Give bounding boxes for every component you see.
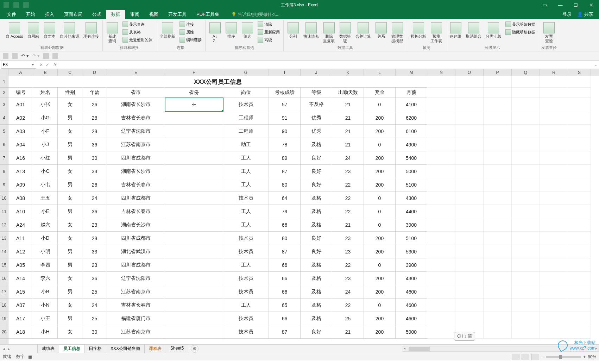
cell[interactable] xyxy=(568,165,591,178)
cell[interactable] xyxy=(427,272,455,285)
cell[interactable] xyxy=(427,138,455,151)
cell[interactable] xyxy=(427,192,455,205)
cell[interactable]: 小E xyxy=(33,205,58,218)
ribbon-small-2-0[interactable]: 连接 xyxy=(178,21,203,28)
cell[interactable]: 技术员 xyxy=(223,312,269,325)
cell[interactable]: 21 xyxy=(332,325,364,339)
cell[interactable]: A17 xyxy=(8,312,33,325)
ribbon-small-6-0[interactable]: 显示明细数据 xyxy=(504,21,537,28)
ribbon-btn-0-3[interactable]: 自其他来源 xyxy=(58,21,81,40)
cell[interactable]: 87 xyxy=(269,245,301,258)
cell[interactable]: 四川省成都市 xyxy=(107,232,165,245)
cell[interactable]: 姓名 xyxy=(33,88,58,98)
cell[interactable]: 吉林省长春市 xyxy=(107,178,165,192)
ribbon-small-3-1[interactable]: 重新应用 xyxy=(256,29,281,36)
qat-btn-5[interactable] xyxy=(43,53,49,59)
cell[interactable]: 21 xyxy=(332,111,364,125)
cell[interactable]: 79 xyxy=(269,205,301,218)
cell[interactable]: 技术员 xyxy=(223,98,269,111)
cell[interactable]: 0 xyxy=(364,299,396,312)
sheet-tab-2[interactable]: 田字格 xyxy=(84,344,106,353)
quick-open-icon[interactable] xyxy=(13,2,19,8)
cell[interactable]: 0 xyxy=(364,218,396,232)
cell[interactable]: 良好 xyxy=(301,178,332,192)
cell[interactable] xyxy=(540,299,568,312)
cell[interactable]: 36 xyxy=(82,272,107,285)
cell[interactable]: 33 xyxy=(82,165,107,178)
fill-handle[interactable] xyxy=(222,110,223,111)
cell[interactable]: 4400 xyxy=(396,205,427,218)
cell[interactable]: 25 xyxy=(82,312,107,325)
ribbon-btn-0-1[interactable]: 自网站 xyxy=(26,21,41,40)
cell[interactable] xyxy=(568,258,591,272)
cell[interactable]: A11 xyxy=(8,232,33,245)
col-header-N[interactable]: N xyxy=(427,69,455,76)
cell[interactable]: 小韦 xyxy=(33,178,58,192)
cell[interactable]: 男 xyxy=(58,138,82,151)
cell[interactable]: 女 xyxy=(58,165,82,178)
cell[interactable]: 26 xyxy=(82,98,107,111)
col-header-A[interactable]: A xyxy=(8,69,33,76)
cell[interactable]: 66 xyxy=(269,258,301,272)
row-header-5[interactable]: 5 xyxy=(0,125,8,138)
cell[interactable]: 小红 xyxy=(33,151,58,165)
cell[interactable]: 良好 xyxy=(301,232,332,245)
cell[interactable] xyxy=(484,138,512,151)
cell[interactable]: A10 xyxy=(8,205,33,218)
cell[interactable]: 良好 xyxy=(301,245,332,258)
cell[interactable]: 66 xyxy=(269,285,301,299)
cell[interactable]: 5000 xyxy=(396,165,427,178)
row-header-8[interactable]: 8 xyxy=(0,165,8,178)
cell[interactable] xyxy=(455,151,484,165)
close-button[interactable]: ✕ xyxy=(584,0,599,10)
col-header-O[interactable]: O xyxy=(455,69,484,76)
col-header-R[interactable]: R xyxy=(540,69,568,76)
cell[interactable] xyxy=(540,258,568,272)
add-sheet-button[interactable]: ⊕ xyxy=(191,345,198,353)
cell[interactable]: 工人 xyxy=(223,299,269,312)
cell[interactable]: 男 xyxy=(58,205,82,218)
cell[interactable]: A05 xyxy=(8,258,33,272)
cell[interactable] xyxy=(568,312,591,325)
ribbon-btn-5-1[interactable]: 预测工作表 xyxy=(429,21,444,45)
cell[interactable] xyxy=(512,245,540,258)
cell[interactable]: 吉林省长春市 xyxy=(107,205,165,218)
cell[interactable] xyxy=(568,76,591,88)
cell[interactable]: 21 xyxy=(332,125,364,138)
cell[interactable]: 四川省成都市 xyxy=(107,151,165,165)
cell[interactable]: A18 xyxy=(8,325,33,339)
cell[interactable] xyxy=(484,76,512,88)
cell[interactable]: 23 xyxy=(332,245,364,258)
cell[interactable]: 64 xyxy=(269,192,301,205)
cell[interactable]: 小B xyxy=(33,285,58,299)
cell[interactable] xyxy=(427,178,455,192)
cell[interactable] xyxy=(427,325,455,339)
row-header-1[interactable]: 1 xyxy=(0,76,8,88)
row-header-13[interactable]: 13 xyxy=(0,232,8,245)
cell[interactable] xyxy=(540,125,568,138)
cell[interactable] xyxy=(568,285,591,299)
cell[interactable] xyxy=(165,299,223,312)
cell[interactable]: 江苏省南京市 xyxy=(107,138,165,151)
cell[interactable]: 男 xyxy=(58,151,82,165)
cell[interactable] xyxy=(165,272,223,285)
cell[interactable] xyxy=(455,245,484,258)
cell[interactable]: 66 xyxy=(269,272,301,285)
col-header-D[interactable]: D xyxy=(82,69,107,76)
cell[interactable]: 0 xyxy=(364,98,396,111)
cell[interactable] xyxy=(165,111,223,125)
title-cell[interactable]: XXX公司员工信息 xyxy=(8,76,427,88)
cell[interactable] xyxy=(540,165,568,178)
cell[interactable]: 湖南省长沙市 xyxy=(107,218,165,232)
sheet-tab-0[interactable]: 成绩表 xyxy=(37,344,59,353)
qat-btn-2[interactable] xyxy=(12,53,18,59)
cell[interactable]: 28 xyxy=(82,232,107,245)
cell[interactable] xyxy=(568,125,591,138)
cell[interactable]: 80 xyxy=(269,232,301,245)
cell[interactable] xyxy=(540,285,568,299)
cell[interactable]: 及格 xyxy=(301,138,332,151)
cell[interactable] xyxy=(512,192,540,205)
cell[interactable]: 编号 xyxy=(8,88,33,98)
row-header-16[interactable]: 16 xyxy=(0,272,8,285)
ribbon-btn-3-1[interactable]: 排序 xyxy=(224,21,239,40)
